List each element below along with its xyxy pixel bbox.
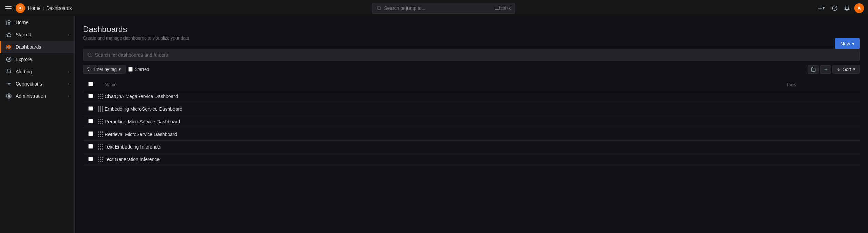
dashboard-icon — [97, 144, 105, 150]
notifications-button[interactable] — [842, 4, 852, 12]
bell-icon — [844, 5, 850, 11]
question-icon — [832, 5, 837, 11]
row-checkbox[interactable] — [88, 144, 97, 150]
starred-filter[interactable]: Starred — [128, 67, 149, 72]
compass-icon — [5, 56, 12, 63]
folder-icon — [811, 67, 816, 72]
grid-icon — [98, 94, 103, 99]
dashboards-icon — [5, 44, 12, 50]
svg-rect-2 — [5, 10, 12, 10]
topbar-left: Home › Dashboards — [4, 3, 72, 13]
svg-rect-10 — [9, 45, 11, 47]
row-checkbox[interactable] — [88, 119, 97, 124]
breadcrumb-current: Dashboards — [46, 5, 72, 11]
dashboard-icon — [97, 94, 105, 99]
sidebar-label-dashboards: Dashboards — [16, 44, 41, 50]
sidebar-label-alerting: Alerting — [16, 69, 32, 74]
select-all-checkbox[interactable] — [88, 82, 93, 86]
dashboard-icon — [97, 131, 105, 137]
gear-icon — [5, 93, 12, 99]
grid-icon — [98, 144, 103, 150]
chevron-right-icon-alerting: › — [68, 70, 69, 74]
sidebar-label-explore: Explore — [16, 57, 32, 62]
page-title: Dashboards — [83, 25, 860, 34]
sort-button[interactable]: Sort ▾ — [832, 65, 860, 74]
row-checkbox[interactable] — [88, 106, 97, 112]
header-name-col: Name — [105, 82, 786, 87]
star-icon — [5, 31, 12, 38]
sidebar-item-dashboards[interactable]: Dashboards — [0, 41, 74, 53]
sidebar-item-alerting[interactable]: Alerting › — [0, 65, 74, 78]
sidebar-item-home[interactable]: Home — [0, 16, 74, 29]
table-row[interactable]: Text Generation Inference — [83, 153, 860, 166]
avatar[interactable]: A — [854, 3, 864, 13]
search-icon — [377, 6, 381, 11]
row-name: Embedding MicroService Dashboard — [105, 106, 786, 112]
sidebar-label-starred: Starred — [16, 32, 31, 37]
global-search-bar[interactable]: ctrl+k — [372, 3, 515, 14]
svg-rect-9 — [7, 45, 9, 47]
folder-view-button[interactable] — [808, 65, 819, 74]
table-row[interactable]: Reranking MicroService Dashboard — [83, 115, 860, 128]
sidebar-label-home: Home — [16, 20, 28, 25]
search-dashboards-icon — [87, 52, 92, 57]
grid-icon — [98, 157, 103, 162]
alerting-icon — [5, 68, 12, 75]
add-button[interactable]: ▾ — [815, 4, 827, 12]
chevron-right-icon-admin: › — [68, 94, 69, 98]
dashboard-search-bar[interactable] — [83, 49, 860, 61]
sidebar: Home Starred › Dashboards — [0, 16, 75, 233]
svg-rect-6 — [495, 6, 499, 9]
sidebar-label-connections: Connections — [16, 81, 42, 87]
list-view-button[interactable] — [820, 65, 831, 74]
view-controls: Sort ▾ — [808, 65, 860, 74]
new-button[interactable]: New ▾ — [835, 38, 860, 49]
breadcrumb: Home › Dashboards — [28, 5, 72, 11]
chevron-right-icon-connections: › — [68, 82, 69, 86]
dashboard-icon — [97, 119, 105, 124]
row-checkbox[interactable] — [88, 94, 97, 99]
table-row[interactable]: ChatQnA MegaService Dashboard — [83, 90, 860, 103]
sidebar-item-starred[interactable]: Starred › — [0, 29, 74, 41]
svg-point-13 — [6, 57, 11, 61]
plug-icon — [5, 80, 12, 87]
hamburger-button[interactable] — [4, 4, 13, 13]
grafana-logo — [16, 3, 25, 13]
dashboard-search-input[interactable] — [95, 52, 855, 58]
row-name: ChatQnA MegaService Dashboard — [105, 94, 786, 99]
dashboard-table: Name Tags ChatQnA MegaService Dashboard — [83, 79, 860, 166]
filter-tag-chevron: ▾ — [119, 67, 121, 72]
new-button-chevron: ▾ — [852, 41, 854, 46]
svg-point-16 — [8, 95, 10, 97]
svg-marker-8 — [6, 32, 11, 37]
global-search-input[interactable] — [384, 5, 492, 11]
row-name: Text Generation Inference — [105, 157, 786, 162]
sidebar-item-administration[interactable]: Administration › — [0, 90, 74, 102]
table-row[interactable]: Text Embedding Inference — [83, 141, 860, 153]
chevron-right-icon: › — [68, 33, 69, 37]
keyboard-icon — [495, 6, 500, 10]
svg-rect-0 — [5, 6, 12, 7]
starred-checkbox[interactable] — [128, 67, 133, 72]
filter-by-tag-button[interactable]: Filter by tag ▾ — [83, 65, 126, 74]
help-button[interactable] — [830, 4, 839, 12]
table-row[interactable]: Retrieval MicroService Dashboard — [83, 128, 860, 141]
sidebar-item-explore[interactable]: Explore — [0, 53, 74, 65]
dashboard-icon — [97, 106, 105, 112]
breadcrumb-home[interactable]: Home — [28, 5, 40, 11]
topbar: Home › Dashboards ctrl+k ▾ — [0, 0, 868, 16]
svg-rect-1 — [5, 8, 12, 9]
layout: Home Starred › Dashboards — [0, 16, 868, 233]
plus-icon — [817, 5, 823, 11]
svg-point-5 — [377, 6, 380, 9]
svg-rect-11 — [9, 47, 11, 49]
table-row[interactable]: Embedding MicroService Dashboard — [83, 103, 860, 115]
grid-icon — [98, 106, 103, 112]
row-checkbox[interactable] — [88, 131, 97, 137]
topbar-center: ctrl+k — [75, 3, 813, 14]
sidebar-item-connections[interactable]: Connections › — [0, 78, 74, 90]
row-checkbox[interactable] — [88, 157, 97, 162]
svg-rect-12 — [7, 47, 9, 49]
table-header: Name Tags — [83, 79, 860, 90]
sort-chevron: ▾ — [853, 67, 855, 72]
